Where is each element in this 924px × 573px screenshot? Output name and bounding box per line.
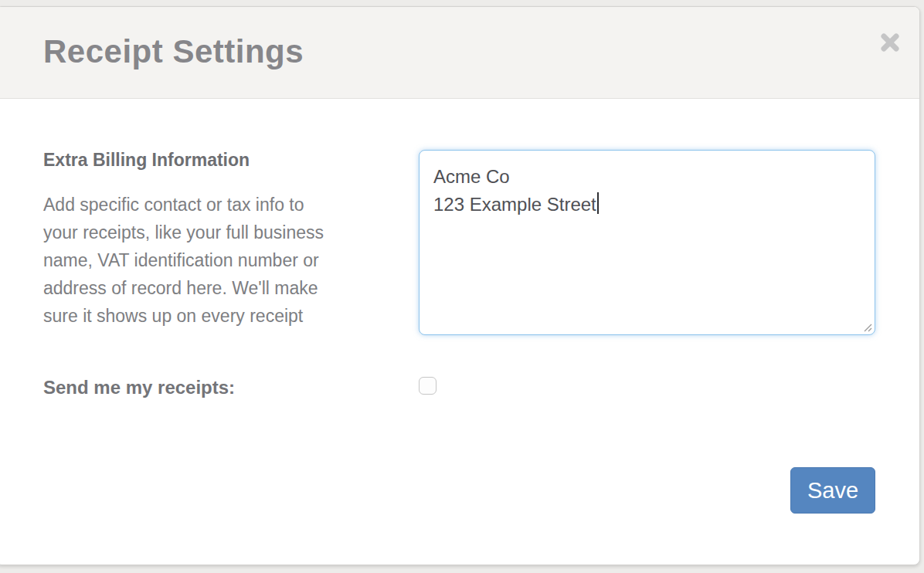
resize-handle-icon[interactable] [861,321,872,332]
modal-body: Extra Billing Information Add specific c… [0,99,919,514]
billing-info-input-column: Acme Co 123 Example Street [419,150,875,335]
textarea-value: Acme Co 123 Example Street [433,166,596,215]
extra-billing-textarea[interactable]: Acme Co 123 Example Street [419,150,875,335]
modal-header: Receipt Settings [0,7,919,99]
billing-info-description: Add specific contact or tax info to your… [43,191,406,330]
modal-footer: Save [43,467,875,514]
send-receipts-label-column: Send me my receipts: [43,377,419,398]
send-receipts-label: Send me my receipts: [43,377,235,398]
send-receipts-input-column [419,377,875,395]
send-receipts-checkbox[interactable] [419,377,437,395]
close-button[interactable] [875,27,905,58]
close-icon [878,31,902,54]
text-cursor [597,192,599,214]
receipt-settings-modal: Receipt Settings Extra Billing Informati… [0,6,920,565]
billing-info-heading: Extra Billing Information [43,150,406,171]
billing-info-row: Extra Billing Information Add specific c… [43,150,875,335]
save-button[interactable]: Save [790,467,875,514]
billing-info-text-column: Extra Billing Information Add specific c… [43,150,419,330]
send-receipts-row: Send me my receipts: [43,377,875,398]
modal-title: Receipt Settings [43,33,919,70]
